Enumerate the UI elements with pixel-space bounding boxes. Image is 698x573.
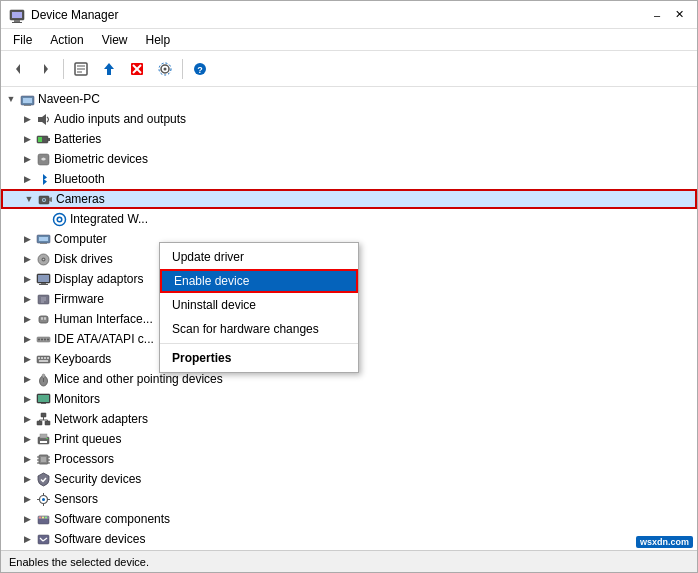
icon-disk: [35, 251, 51, 267]
svg-rect-24: [48, 138, 50, 141]
expander-audio[interactable]: ▶: [19, 111, 35, 127]
svg-point-98: [45, 516, 47, 518]
ctx-properties[interactable]: Properties: [160, 346, 358, 370]
tree-item-audio[interactable]: ▶ Audio inputs and outputs: [1, 109, 697, 129]
menu-file[interactable]: File: [5, 31, 40, 49]
expander-disk[interactable]: ▶: [19, 251, 35, 267]
svg-point-54: [41, 338, 43, 340]
svg-rect-37: [40, 243, 47, 244]
tree-label-biometric: Biometric devices: [54, 149, 148, 169]
icon-software-dev: [35, 531, 51, 547]
tree-item-sound[interactable]: ▶ Sound, video and game controllers: [1, 549, 697, 550]
tree-item-network[interactable]: ▶ Network adapters: [1, 409, 697, 429]
svg-point-40: [42, 258, 44, 260]
expander-computer[interactable]: ▶: [19, 231, 35, 247]
tree-item-cameras[interactable]: ▼ Cameras: [1, 189, 697, 209]
svg-marker-5: [44, 64, 48, 74]
tree-item-integrated[interactable]: Integrated W...: [1, 209, 697, 229]
expander-bluetooth[interactable]: ▶: [19, 171, 35, 187]
tree-label-security: Security devices: [54, 469, 141, 489]
expander-ide[interactable]: ▶: [19, 331, 35, 347]
tree-item-print[interactable]: ▶ Print queues: [1, 429, 697, 449]
expander-root[interactable]: ▼: [3, 91, 19, 107]
icon-print: [35, 431, 51, 447]
tree-label-software-dev: Software devices: [54, 529, 145, 549]
tree-item-biometric[interactable]: ▶ Biometric devices: [1, 149, 697, 169]
icon-sensors: [35, 491, 51, 507]
close-button[interactable]: ✕: [669, 6, 689, 24]
icon-security: [35, 471, 51, 487]
expander-biometric[interactable]: ▶: [19, 151, 35, 167]
tree-label-audio: Audio inputs and outputs: [54, 109, 186, 129]
svg-rect-42: [38, 275, 49, 282]
svg-point-16: [164, 67, 167, 70]
scan-button[interactable]: [152, 56, 178, 82]
expander-keyboards[interactable]: ▶: [19, 351, 35, 367]
expander-processors[interactable]: ▶: [19, 451, 35, 467]
window-title: Device Manager: [31, 8, 118, 22]
expander-monitors[interactable]: ▶: [19, 391, 35, 407]
svg-marker-10: [104, 63, 114, 75]
tree-item-software-dev[interactable]: ▶ Software devices: [1, 529, 697, 549]
expander-hid[interactable]: ▶: [19, 311, 35, 327]
expander-software-dev[interactable]: ▶: [19, 531, 35, 547]
svg-rect-2: [14, 20, 20, 22]
svg-rect-25: [38, 137, 42, 142]
expander-cameras[interactable]: ▼: [21, 191, 37, 207]
toolbar-sep-1: [63, 59, 64, 79]
tree-item-monitors[interactable]: ▶ Monitors: [1, 389, 697, 409]
tree-item-security[interactable]: ▶ Security devices: [1, 469, 697, 489]
icon-audio: [35, 111, 51, 127]
update-driver-button[interactable]: [96, 56, 122, 82]
back-button[interactable]: [5, 56, 31, 82]
icon-integrated: [51, 211, 67, 227]
ctx-update-driver[interactable]: Update driver: [160, 245, 358, 269]
tree-item-root[interactable]: ▼ Naveen-PC: [1, 89, 697, 109]
tree-item-batteries[interactable]: ▶ Batteries: [1, 129, 697, 149]
icon-monitors: [35, 391, 51, 407]
device-manager-window: Device Manager – ✕ File Action View Help: [0, 0, 698, 573]
properties-button[interactable]: [68, 56, 94, 82]
menu-action[interactable]: Action: [42, 31, 91, 49]
minimize-button[interactable]: –: [647, 6, 667, 24]
expander-software-comp[interactable]: ▶: [19, 511, 35, 527]
ctx-enable-device[interactable]: Enable device: [160, 269, 358, 293]
expander-mice[interactable]: ▶: [19, 371, 35, 387]
tree-item-bluetooth[interactable]: ▶ Bluetooth: [1, 169, 697, 189]
icon-mice: [35, 371, 51, 387]
tree-item-software-comp[interactable]: ▶ Software components: [1, 509, 697, 529]
expander-display[interactable]: ▶: [19, 271, 35, 287]
expander-sensors[interactable]: ▶: [19, 491, 35, 507]
ctx-update-driver-label: Update driver: [172, 250, 244, 264]
tree-label-hid: Human Interface...: [54, 309, 153, 329]
ctx-uninstall-device[interactable]: Uninstall device: [160, 293, 358, 317]
status-text: Enables the selected device.: [9, 556, 149, 568]
svg-point-97: [42, 516, 44, 518]
expander-print[interactable]: ▶: [19, 431, 35, 447]
expander-batteries[interactable]: ▶: [19, 131, 35, 147]
icon-keyboards: [35, 351, 51, 367]
tree-label-display: Display adaptors: [54, 269, 143, 289]
tree-item-processors[interactable]: ▶ Processors: [1, 449, 697, 469]
ctx-scan-hardware[interactable]: Scan for hardware changes: [160, 317, 358, 341]
icon-network: [35, 411, 51, 427]
icon-bluetooth: [35, 171, 51, 187]
tree-label-monitors: Monitors: [54, 389, 100, 409]
tree-label-sound: Sound, video and game controllers: [54, 549, 239, 550]
svg-rect-60: [44, 357, 46, 359]
expander-network[interactable]: ▶: [19, 411, 35, 427]
forward-button[interactable]: [33, 56, 59, 82]
help-button[interactable]: ?: [187, 56, 213, 82]
uninstall-button[interactable]: [124, 56, 150, 82]
toolbar-sep-2: [182, 59, 183, 79]
expander-security[interactable]: ▶: [19, 471, 35, 487]
tree-label-bluetooth: Bluetooth: [54, 169, 105, 189]
tree-item-sensors[interactable]: ▶ Sensors: [1, 489, 697, 509]
svg-point-65: [42, 374, 45, 378]
tree-label-firmware: Firmware: [54, 289, 104, 309]
wsxdn-badge: wsxdn.com: [636, 536, 693, 548]
menu-help[interactable]: Help: [138, 31, 179, 49]
expander-firmware[interactable]: ▶: [19, 291, 35, 307]
menu-view[interactable]: View: [94, 31, 136, 49]
tree-label-print: Print queues: [54, 429, 121, 449]
